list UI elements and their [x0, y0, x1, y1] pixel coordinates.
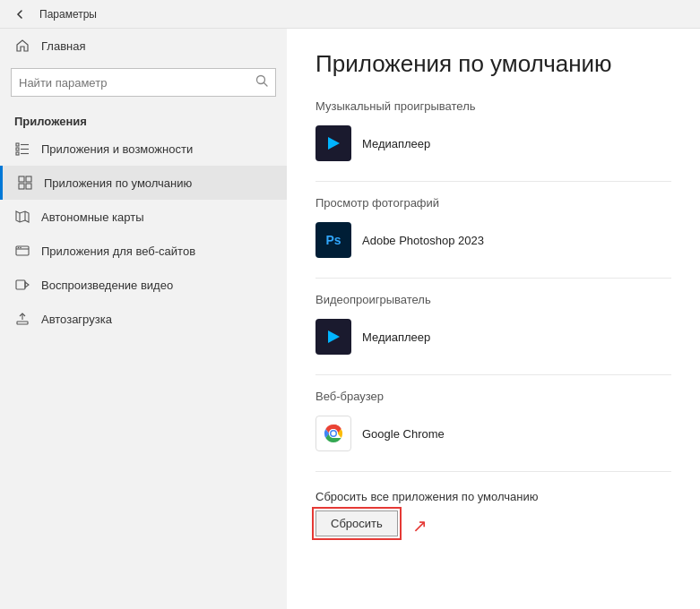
svg-rect-6 — [16, 152, 19, 155]
music-app-item[interactable]: Медиаплеер — [315, 120, 671, 167]
sidebar-item-label-autostart: Автозагрузка — [41, 313, 112, 326]
svg-rect-2 — [16, 143, 19, 146]
play-icon-music — [328, 137, 340, 150]
svg-rect-9 — [26, 176, 31, 182]
chrome-app-icon — [315, 416, 351, 451]
music-category-label: Музыкальный проигрыватель — [315, 99, 671, 113]
grid-icon — [17, 175, 33, 191]
media-player-icon-music — [315, 125, 351, 161]
play-icon-video — [328, 330, 340, 343]
startup-icon — [14, 311, 30, 327]
photoshop-icon: Ps — [315, 222, 351, 258]
photos-app-name: Adobe Photoshop 2023 — [362, 234, 484, 247]
ps-text: Ps — [325, 233, 341, 247]
divider-1 — [315, 181, 671, 182]
sidebar-item-label-offline-maps: Автономные карты — [41, 210, 144, 224]
video-icon — [14, 277, 30, 293]
sidebar-item-video-playback[interactable]: Воспроизведение видео — [0, 268, 287, 302]
browser-app-item[interactable]: Google Chrome — [315, 410, 671, 457]
search-icon — [255, 74, 268, 90]
svg-point-27 — [332, 432, 336, 436]
reset-button-label: Сбросить — [331, 517, 383, 530]
sidebar-item-default-apps[interactable]: Приложения по умолчанию — [0, 166, 287, 200]
link-icon — [14, 243, 30, 259]
sidebar-item-label-video-playback: Воспроизведение видео — [41, 279, 173, 292]
svg-rect-19 — [16, 280, 25, 289]
sidebar-item-home[interactable]: Главная — [0, 29, 287, 63]
reset-section: Сбросить все приложения по умолчанию Сбр… — [315, 490, 671, 536]
divider-3 — [315, 374, 671, 375]
svg-marker-20 — [25, 282, 29, 287]
sidebar-item-label-default-apps: Приложения по умолчанию — [44, 176, 192, 190]
search-box[interactable] — [11, 68, 276, 97]
reset-section-label: Сбросить все приложения по умолчанию — [315, 490, 671, 503]
window-title: Параметры — [39, 8, 97, 21]
title-bar: Параметры — [0, 0, 700, 29]
back-button[interactable] — [7, 2, 32, 27]
photos-category-label: Просмотр фотографий — [315, 196, 671, 210]
svg-point-18 — [20, 247, 22, 249]
divider-2 — [315, 278, 671, 279]
divider-4 — [315, 471, 671, 472]
sidebar-item-apps-features[interactable]: Приложения и возможности — [0, 132, 287, 166]
svg-rect-8 — [19, 176, 24, 182]
home-icon — [14, 38, 30, 54]
page-title: Приложения по умолчанию — [315, 50, 671, 78]
search-input[interactable] — [19, 76, 255, 90]
sidebar-item-autostart[interactable]: Автозагрузка — [0, 302, 287, 336]
svg-rect-4 — [16, 148, 19, 150]
browser-category-label: Веб-браузер — [315, 390, 671, 403]
video-app-name: Медиаплеер — [362, 330, 430, 344]
list-icon — [14, 141, 30, 157]
svg-rect-11 — [26, 184, 31, 189]
reset-button[interactable]: Сбросить — [315, 510, 398, 536]
arrow-indicator: ↗ — [412, 515, 428, 536]
sidebar-item-web-apps[interactable]: Приложения для веб-сайтов — [0, 234, 287, 268]
media-player-icon-video — [315, 319, 351, 355]
svg-line-1 — [264, 83, 268, 87]
sidebar-home-label: Главная — [41, 39, 85, 53]
svg-marker-12 — [16, 211, 29, 222]
svg-rect-10 — [19, 184, 24, 189]
content-area: Приложения по умолчанию Музыкальный прои… — [287, 29, 700, 609]
browser-app-name: Google Chrome — [362, 427, 445, 441]
sidebar-item-label-web-apps: Приложения для веб-сайтов — [41, 244, 195, 258]
music-app-name: Медиаплеер — [362, 137, 430, 150]
svg-rect-21 — [17, 322, 28, 324]
svg-point-17 — [18, 247, 20, 249]
video-app-item[interactable]: Медиаплеер — [315, 313, 671, 360]
video-category-label: Видеопроигрыватель — [315, 293, 671, 306]
photos-app-item[interactable]: Ps Adobe Photoshop 2023 — [315, 217, 671, 263]
sidebar: Главная Приложения — [0, 29, 287, 609]
sidebar-item-offline-maps[interactable]: Автономные карты — [0, 200, 287, 234]
map-icon — [14, 209, 30, 225]
main-layout: Главная Приложения — [0, 29, 700, 609]
sidebar-section-label: Приложения — [0, 107, 287, 132]
chrome-icon-svg — [319, 419, 348, 448]
sidebar-item-label-apps-features: Приложения и возможности — [41, 142, 193, 156]
